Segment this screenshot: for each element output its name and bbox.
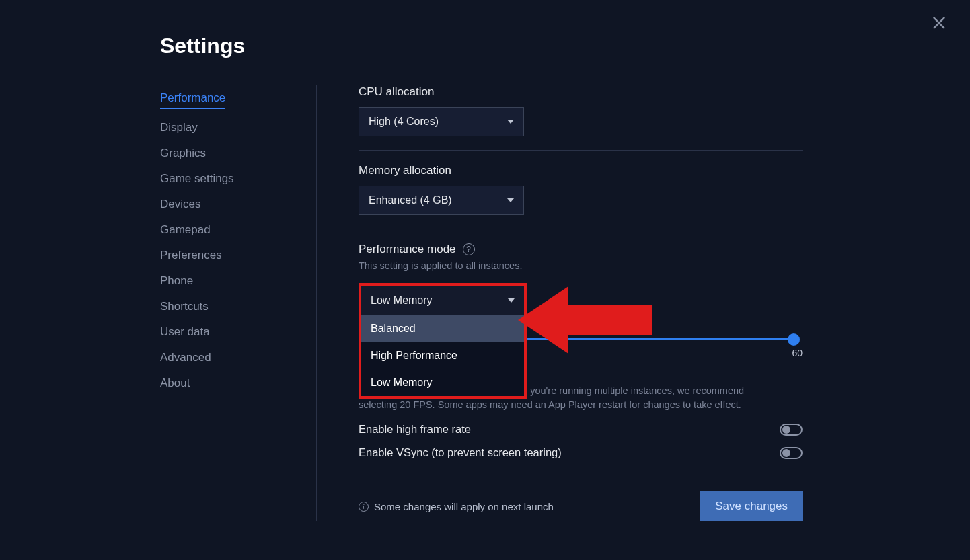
memory-select[interactable]: Enhanced (4 GB)	[359, 186, 524, 215]
dropdown-option-high-performance[interactable]: High Performance	[361, 342, 524, 369]
sidebar: Performance Display Graphics Game settin…	[160, 85, 274, 521]
high-frame-label: Enable high frame rate	[359, 423, 471, 436]
memory-select-value: Enhanced (4 GB)	[369, 194, 452, 206]
cpu-select-value: High (4 Cores)	[369, 116, 439, 128]
cpu-select[interactable]: High (4 Cores)	[359, 107, 524, 136]
sidebar-item-game-settings[interactable]: Game settings	[160, 166, 274, 192]
performance-mode-select[interactable]: Low Memory	[361, 286, 524, 315]
fps-slider-max-label: 60	[792, 348, 803, 358]
vertical-divider	[316, 85, 317, 521]
caret-down-icon	[507, 198, 514, 202]
performance-mode-select-value: Low Memory	[371, 294, 433, 307]
caret-down-icon	[507, 120, 514, 124]
sidebar-item-preferences[interactable]: Preferences	[160, 243, 274, 268]
performance-mode-label: Performance mode ?	[359, 243, 803, 256]
performance-mode-section: Performance mode ? This setting is appli…	[359, 243, 803, 473]
footer-note-text: Some changes will apply on next launch	[374, 501, 554, 512]
vsync-toggle[interactable]	[780, 447, 803, 459]
sidebar-item-graphics[interactable]: Graphics	[160, 141, 274, 166]
caret-down-icon	[508, 298, 515, 303]
help-icon[interactable]: ?	[463, 243, 475, 255]
save-changes-button[interactable]: Save changes	[700, 491, 803, 521]
info-icon: i	[359, 502, 369, 512]
footer-note: i Some changes will apply on next launch	[359, 501, 554, 512]
fps-slider-thumb[interactable]	[788, 333, 800, 346]
performance-mode-subtext: This setting is applied to all instances…	[359, 260, 803, 271]
performance-mode-options: Balanced High Performance Low Memory	[361, 315, 524, 396]
performance-mode-label-text: Performance mode	[359, 243, 456, 256]
sidebar-item-phone[interactable]: Phone	[160, 268, 274, 294]
sidebar-item-about[interactable]: About	[160, 370, 274, 396]
toggle-knob	[782, 426, 790, 434]
high-frame-toggle[interactable]	[780, 424, 803, 436]
page-title: Settings	[160, 34, 930, 58]
sidebar-item-devices[interactable]: Devices	[160, 192, 274, 217]
sidebar-item-gamepad[interactable]: Gamepad	[160, 217, 274, 243]
cpu-section: CPU allocation High (4 Cores)	[359, 85, 803, 151]
memory-section: Memory allocation Enhanced (4 GB)	[359, 164, 803, 229]
cpu-label: CPU allocation	[359, 85, 803, 99]
sidebar-item-performance[interactable]: Performance	[160, 85, 225, 109]
sidebar-item-shortcuts[interactable]: Shortcuts	[160, 294, 274, 319]
memory-label: Memory allocation	[359, 164, 803, 177]
footer: i Some changes will apply on next launch…	[359, 491, 803, 521]
content: CPU allocation High (4 Cores) Memory all…	[359, 85, 803, 521]
dropdown-option-balanced[interactable]: Balanced	[361, 315, 524, 342]
performance-mode-dropdown-highlight: Low Memory Balanced High Performance Low…	[359, 283, 527, 399]
sidebar-item-advanced[interactable]: Advanced	[160, 345, 274, 370]
close-button[interactable]	[930, 13, 948, 32]
vsync-label: Enable VSync (to prevent screen tearing)	[359, 446, 562, 459]
toggle-knob	[782, 449, 790, 457]
sidebar-item-display[interactable]: Display	[160, 115, 274, 141]
dropdown-option-low-memory[interactable]: Low Memory	[361, 369, 524, 396]
sidebar-item-user-data[interactable]: User data	[160, 319, 274, 345]
